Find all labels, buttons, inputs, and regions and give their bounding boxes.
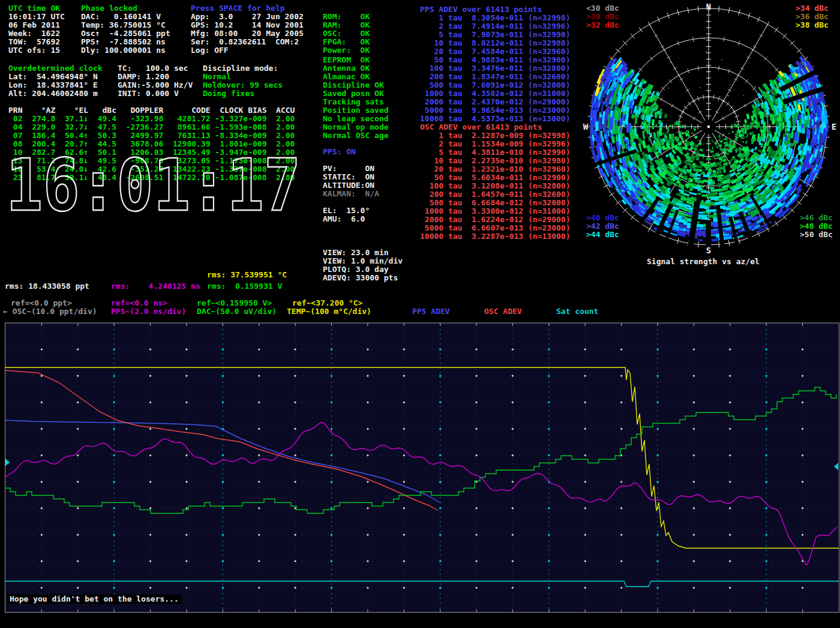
- text-line: 16:01:17 UTC: [8, 13, 65, 21]
- text-line: 1 tau 8.3054e-011 (n=32998): [420, 14, 570, 22]
- text-line: 500 tau 6.6684e-012 (n=32000): [420, 199, 570, 207]
- rms-pps: rms: 4.240125 ns: [111, 282, 200, 291]
- text-line: DAMP: 1.200: [118, 73, 193, 81]
- text-line: UTC ofs: 15: [8, 46, 65, 55]
- legend-ref-osc: ref=<0.0 ppt>: [11, 299, 72, 307]
- text-line: EEPROM OK: [323, 56, 389, 64]
- text-line: Holdover: 99 secs: [203, 81, 283, 89]
- text-line: Doing fixes: [203, 89, 283, 98]
- legend-sat-count: Sat count: [556, 307, 598, 316]
- text-line: ALTITUDE:ON: [323, 181, 379, 190]
- legend-osc-adev: OSC ADEV: [484, 307, 522, 316]
- text-line: Log: OFF: [191, 46, 304, 55]
- receiver-status-block: EEPROM OKAntenna OKAlmanac OKDiscipline …: [323, 56, 389, 140]
- text-line: 50 tau 5.6034e-011 (n=32900): [420, 174, 570, 182]
- text-line: PV: ON: [323, 165, 379, 173]
- hardware-status-block: ROM: OKRAM: OKOSC: OKFPGA: OKPower: OK: [323, 13, 370, 55]
- phase-lock-block: Phase lockedDAC: 0.160141 VTemp: 36.7500…: [81, 4, 170, 55]
- text-line: Ser: 0.82362611 COM:2: [191, 38, 304, 46]
- text-line: Normal OSC age: [323, 131, 389, 140]
- legend-scale-osc: ← OSC~(10.0 ppt/div): [3, 307, 97, 316]
- text-line: Lon: 18.4337841° E: [8, 81, 103, 89]
- legend-scale-pps: PPS~(2.0 ns/div): [111, 307, 186, 316]
- text-line: KALMAN: N/A: [323, 190, 379, 198]
- text-line: UTC time OK: [8, 4, 65, 13]
- text-line: Dly: 100.000001 ns: [81, 46, 170, 55]
- pps-state: PPS: ON: [323, 148, 356, 156]
- text-line: Position saved: [323, 106, 389, 115]
- text-line: No leap second: [323, 115, 389, 123]
- polar-sky-plot: NSWE: [580, 0, 838, 255]
- text-line: TOW: 57692: [8, 38, 65, 46]
- text-line: Saved posn OK: [323, 89, 389, 98]
- legend-pps-adev: PPS ADEV: [412, 307, 450, 316]
- text-line: STATIC: ON: [323, 173, 379, 181]
- text-line: 100 tau 3.1208e-011 (n=32800): [420, 182, 570, 190]
- text-line: 02 274.8 37.1↓ 49.4 -323.98 4281.72 -3.3…: [8, 115, 295, 123]
- text-line: PPS ADEV over 61413 points: [420, 5, 570, 14]
- text-line: OSC ADEV over 61413 points: [420, 123, 570, 131]
- text-line: VIEW: 1.0 min/div: [323, 257, 403, 265]
- text-line: Mfg: 08:00 20 May 2005: [191, 29, 304, 38]
- polar-plot-title: Signal strength vs az/el: [647, 258, 760, 266]
- legend-ref-dac: ref~<0.159950 V>: [197, 299, 272, 307]
- legend-scale-dac: DAC~(50.0 uV/div): [197, 307, 277, 316]
- text-line: EL: 15.0°: [323, 207, 370, 215]
- rms-dac: rms: 0.159931 V: [207, 282, 282, 291]
- text-line: 5000 tau 6.6607e-013 (n=23000): [420, 224, 570, 232]
- text-line: 20 tau 7.4584e-011 (n=32960): [420, 47, 570, 56]
- text-line: PRN °AZ °EL dBc DOPPLER CODE CLOCK BIAS …: [8, 106, 295, 115]
- text-line: Alt: 204.46002480 m: [8, 89, 103, 98]
- text-line: PLOTQ: 3.0 day: [323, 265, 403, 274]
- text-line: Phase locked: [81, 4, 170, 13]
- rms-osc: rms: 18.433058 ppt: [5, 282, 89, 291]
- text-line: OSC: OK: [323, 29, 370, 38]
- text-line: Discipline mode:: [203, 64, 283, 73]
- text-line: Tracking sats: [323, 98, 389, 106]
- text-line: GPS: 10.2 14 Nov 2001: [191, 21, 304, 29]
- text-line: Temp: 36.750015 °C: [81, 21, 170, 29]
- text-line: VIEW: 23.0 min: [323, 249, 403, 257]
- help-version-block: Press SPACE for helpApp: 3.0 27 Jun 2002…: [191, 4, 304, 55]
- osc-adev-table: OSC ADEV over 61413 points 1 tau 2.1287e…: [420, 123, 570, 241]
- text-line: 5 tau 4.3811e-010 (n=32990): [420, 148, 570, 157]
- plot-message: Hope you didn't bet on the losers...: [7, 594, 181, 604]
- text-line: 2000 tau 1.6224e-012 (n=29000): [420, 216, 570, 224]
- svg-text:W: W: [583, 122, 589, 131]
- text-line: FPGA: OK: [323, 38, 370, 46]
- text-line: Discipline OK: [323, 81, 389, 89]
- text-line: 10 tau 2.2735e-010 (n=32980): [420, 157, 570, 165]
- text-line: 10 tau 8.0212e-011 (n=32980): [420, 39, 570, 47]
- rms-temp: rms: 37.539951 °C: [207, 271, 287, 279]
- svg-text:N: N: [706, 2, 711, 11]
- text-line: App: 3.0 27 Jun 2002: [191, 13, 304, 21]
- legend-ref-temp: ref~<37.200 °C>: [292, 299, 362, 307]
- text-line: Press SPACE for help: [191, 4, 304, 13]
- legend-ref-pps: ref=<0.0 ns>: [111, 299, 167, 307]
- text-line: 10000 tau 3.2287e-013 (n=13000): [420, 232, 570, 241]
- text-line: Almanac OK: [323, 73, 389, 81]
- text-line: Osc↑ -4.285061 ppt: [81, 29, 170, 38]
- text-line: 2000 tau 2.4370e-012 (n=29000): [420, 98, 570, 106]
- text-line: 1000 tau 3.3300e-012 (n=31000): [420, 207, 570, 216]
- discipline-mode-block: Discipline mode:NormalHoldover: 99 secsD…: [203, 64, 283, 98]
- text-line: Antenna OK: [323, 64, 389, 73]
- text-line: GAIN:-5.000 Hz/V: [118, 81, 193, 89]
- pps-adev-table: PPS ADEV over 61413 points 1 tau 8.3054e…: [420, 5, 570, 123]
- lady-heather-screen: UTC time OK16:01:17 UTC06 Feb 2011Week: …: [0, 0, 840, 628]
- text-line: Week: 1622: [8, 29, 65, 38]
- text-line: 50 tau 4.9883e-011 (n=32900): [420, 56, 570, 64]
- text-line: TC: 100.0 sec: [118, 64, 193, 73]
- position-block: Overdetermined clockLat: 54.4964948° NLo…: [8, 64, 103, 98]
- strip-chart: [5, 322, 839, 613]
- text-line: 04 229.0 32.7↓ 47.5 -2736.27 8961.66 -1.…: [8, 123, 295, 131]
- text-line: 5000 tau 9.9654e-013 (n=23000): [420, 106, 570, 115]
- utc-time-block: UTC time OK16:01:17 UTC06 Feb 2011Week: …: [8, 4, 65, 55]
- text-line: Lat: 54.4964948° N: [8, 73, 103, 81]
- text-line: ROM: OK: [323, 13, 370, 21]
- text-line: AMU: 6.0: [323, 215, 370, 223]
- text-line: 2 tau 1.1534e-009 (n=32996): [420, 140, 570, 148]
- text-line: 200 tau 1.8347e-011 (n=32600): [420, 73, 570, 81]
- view-settings-block: VIEW: 23.0 minVIEW: 1.0 min/divPLOTQ: 3.…: [323, 249, 403, 282]
- text-line: PPS↑ -7.888502 ns: [81, 38, 170, 46]
